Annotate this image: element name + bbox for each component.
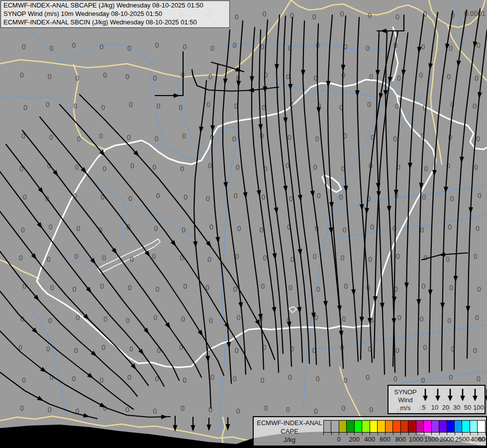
cape-color-cell [424, 421, 431, 432]
sbcin-zero-value: 0 [77, 135, 81, 143]
sbcin-zero-value: 0 [477, 285, 481, 293]
cape-scale-tick [378, 432, 378, 435]
sbcin-zero-value: 0 [182, 226, 186, 234]
sbcin-zero-value: 0 [473, 102, 477, 110]
sbcin-zero-value: 0 [180, 165, 184, 173]
sbcin-zero-value: 0 [395, 346, 399, 354]
wind-speed-label: 50 [462, 404, 473, 411]
cape-scale-value: 800 [395, 436, 406, 443]
sbcin-zero-value: 0 [259, 226, 263, 234]
sbcin-zero-value: 0 [343, 226, 347, 234]
sbcin-zero-value: 0 [260, 376, 264, 384]
sbcin-zero-value: 0 [74, 102, 78, 110]
wind-legend-title: SYNOP Wind m/s [392, 388, 418, 412]
sbcin-zero-value: 0 [48, 317, 52, 325]
cape-scale-tick [416, 432, 416, 435]
sbcin-zero-value: 0 [289, 284, 292, 292]
cape-scale-tick [339, 432, 339, 435]
sbcin-zero-value: 0 [210, 44, 214, 52]
sbcin-zero-value: 0 [233, 41, 237, 49]
sbcin-zero-value: 0 [74, 346, 78, 354]
sbcin-zero-value: 0 [183, 376, 187, 384]
sbcin-zero-value: 0 [449, 44, 453, 52]
sbcin-zero-value: 0 [286, 73, 290, 81]
sbcin-zero-value: 0 [76, 74, 80, 82]
sbcin-zero-value: 0 [130, 255, 134, 263]
cape-scale-tick [370, 432, 370, 435]
sbcin-zero-value: 0 [420, 315, 424, 323]
cape-scale-tick [385, 432, 386, 435]
wind-legend-title-line: SYNOP [392, 388, 418, 396]
cape-scale-tick [431, 432, 432, 435]
wind-speed-label: 100 [473, 404, 484, 411]
cape-color-cell [339, 421, 347, 432]
sbcin-zero-value: 0 [315, 135, 319, 143]
sbcin-zero-value: 0 [127, 133, 131, 141]
wind-speed-down-arrow-icon [484, 388, 487, 402]
sbcin-zero-value: 0 [127, 373, 131, 381]
cape-scale-tick [470, 432, 471, 435]
sbcin-zero-value: 0 [154, 314, 158, 322]
sbcin-zero-value: 0 [179, 104, 183, 112]
cape-color-cell [416, 421, 424, 432]
sbcin-zero-value: 0 [237, 224, 241, 232]
sbcin-zero-value: 0 [103, 71, 107, 79]
sbcin-zero-value: 0 [102, 165, 106, 173]
sbcin-zero-value: 0 [76, 314, 80, 322]
sbcin-zero-value: 0 [369, 73, 373, 81]
wind-legend-title-line: Wind [392, 396, 418, 404]
sbcin-zero-value: 0 [183, 282, 187, 290]
sbcin-zero-value: 0 [235, 346, 239, 354]
title-line-sbcape: ECMWF-INDEX-ANAL SBCAPE (J/kg) Wednesday… [1, 1, 229, 9]
sbcin-zero-value: 0 [261, 193, 265, 201]
sbcin-zero-value: 0 [369, 406, 373, 414]
sbcin-zero-value: 0 [153, 74, 157, 82]
sbcin-zero-value: 0 [344, 376, 348, 384]
map-title-panel: ECMWF-INDEX-ANAL SBCAPE (J/kg) Wednesday… [0, 0, 230, 28]
cape-color-cell [347, 421, 354, 432]
sbcin-zero-value: 0 [476, 135, 480, 143]
sbcin-zero-value: 0 [156, 192, 160, 200]
sbcin-zero-value: 0 [152, 252, 156, 260]
sbcin-zero-value: 0 [449, 373, 453, 381]
sbcin-zero-value: 0 [77, 224, 81, 232]
sbcin-zero-value: 0 [100, 282, 104, 290]
sbcin-zero-value: 0 [126, 317, 130, 325]
cape-color-cell [470, 421, 478, 432]
sbcin-zero-value: 0 [420, 226, 424, 234]
sbcin-zero-value: 0 [424, 165, 428, 173]
cape-colorbar-labels: 0200400600800100015002000250040006000 [323, 436, 486, 444]
wind-speed-down-arrow-icon [434, 388, 441, 402]
cape-color-cell [439, 421, 447, 432]
cape-scale-tick [400, 432, 401, 435]
cape-scale-value: 200 [349, 436, 360, 443]
sbcin-zero-value: 0 [207, 255, 211, 263]
sbcin-zero-value: 0 [312, 13, 316, 21]
sbcin-zero-value: 0 [473, 346, 477, 354]
weather-map-window: 0000000000000000000000000000000000000000… [0, 0, 487, 448]
cape-scale-tick [478, 432, 478, 435]
cape-color-cell [462, 421, 470, 432]
sbcin-zero-value: 0 [210, 373, 214, 381]
sbcin-zero-value: 0 [155, 41, 159, 49]
cape-scale-tick [362, 432, 363, 435]
wind-legend: SYNOP Wind m/s 510203050100 [388, 385, 486, 414]
sbcin-zero-value: 0 [233, 375, 237, 383]
cape-scale-tick [439, 432, 440, 435]
sbcin-zero-value: 0 [474, 252, 478, 260]
wind-speed-label: 10 [429, 404, 440, 411]
sbcin-zero-value: 0 [48, 73, 52, 81]
sbcin-zero-value: 0 [181, 315, 185, 323]
cape-scale-tick [462, 432, 463, 435]
sbcin-zero-value: 0 [419, 71, 423, 79]
sbcin-zero-value: 0 [447, 317, 451, 325]
sbcin-zero-value: 0 [236, 407, 240, 415]
sbcin-zero-value: 0 [341, 254, 345, 262]
sbcin-zero-value: 0 [72, 375, 76, 383]
sbcin-zero-value: 0 [313, 163, 317, 171]
cape-color-cell [324, 421, 331, 432]
streamline-map: 0000000000000000000000000000000000000000… [0, 0, 487, 448]
sbcin-zero-value: 0 [155, 135, 159, 143]
sbcin-zero-value: 0 [344, 282, 348, 290]
cape-scale-value: 0 [337, 436, 340, 443]
